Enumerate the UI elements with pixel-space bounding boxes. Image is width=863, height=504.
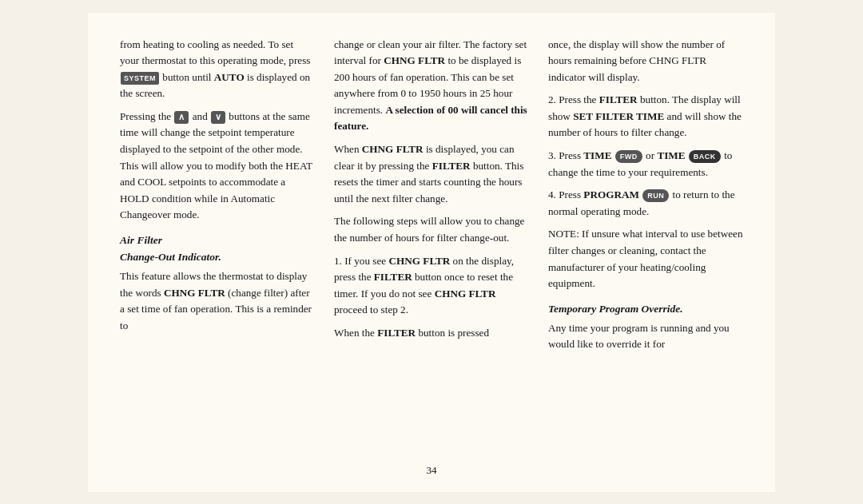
temporary-program-heading: Temporary Program Override. — [548, 300, 743, 317]
column-1: from heating to cooling as needed. To se… — [120, 37, 315, 468]
down-arrow-btn: ∨ — [211, 111, 225, 124]
page-number: 34 — [427, 462, 437, 478]
back-badge: BACK — [689, 150, 721, 163]
col1-p2: Pressing the ∧ and ∨ buttons at the same… — [120, 109, 315, 224]
air-filter-heading: Air FilterChange-Out Indicator. — [120, 232, 315, 265]
col3-p5: NOTE: If unsure what interval to use bet… — [548, 226, 743, 292]
col3-p4: 4. Press PROGRAM RUN to return to the no… — [548, 187, 743, 220]
page: from heating to cooling as needed. To se… — [88, 13, 775, 492]
run-badge: RUN — [642, 189, 669, 202]
col2-p1: change or clean your air filter. The fac… — [334, 37, 529, 136]
col1-p1: from heating to cooling as needed. To se… — [120, 37, 315, 102]
col2-p4: 1. If you see CHNG FLTR on the display, … — [334, 253, 529, 319]
column-3: once, the display will show the number o… — [548, 37, 743, 468]
column-2: change or clean your air filter. The fac… — [334, 37, 529, 468]
col3-p2: 2. Press the FILTER button. The display … — [548, 92, 743, 141]
col2-p3: The following steps will allow you to ch… — [334, 213, 529, 246]
col3-p6: Any time your program is running and you… — [548, 320, 743, 353]
col3-p1: once, the display will show the number o… — [548, 37, 743, 86]
col3-p3: 3. Press TIME FWD or TIME BACK to change… — [548, 148, 743, 181]
col2-p2: When CHNG FLTR is displayed, you can cle… — [334, 141, 529, 207]
col2-p5: When the FILTER button is pressed — [334, 325, 529, 342]
system-badge: SYSTEM — [121, 72, 159, 85]
up-arrow-btn: ∧ — [174, 111, 189, 124]
col1-p3: This feature allows the thermostat to di… — [120, 268, 315, 334]
fwd-badge: FWD — [615, 150, 642, 163]
